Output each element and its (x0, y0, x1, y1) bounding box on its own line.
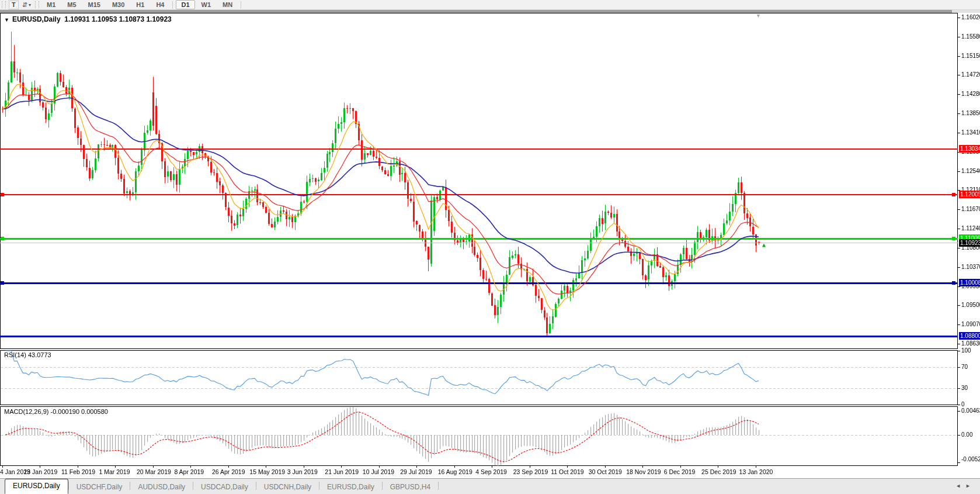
price-axis-tick: 1.11670 (961, 206, 980, 212)
hline-price-label[interactable]: 1.12005 (959, 191, 980, 198)
toolbar-grip[interactable] (2, 1, 6, 8)
symbol-tab-bar: EURUSD,DailyUSDCHF,DailyAUDUSD,DailyUSDC… (0, 478, 980, 494)
symbol-tab-eurusd-daily[interactable]: EURUSD,Daily (319, 481, 382, 494)
date-axis-label: 21 Jun 2019 (325, 468, 359, 475)
date-axis-label: 15 May 2019 (249, 468, 285, 475)
timeframe-button-m1[interactable]: M1 (41, 0, 61, 9)
date-axis-label: 4 Sep 2019 (475, 468, 507, 475)
tab-scroll-arrows: ◄► (955, 483, 975, 489)
timeframe-button-m30[interactable]: M30 (107, 0, 130, 9)
macd-axis-tick: -0.00529 (961, 456, 980, 462)
timeframe-button-m15[interactable]: M15 (83, 0, 106, 9)
price-axis-tick: 1.15580 (961, 33, 980, 40)
toolbar-separator (241, 1, 241, 9)
price-axis-tick: 1.14720 (961, 71, 980, 78)
chart-dropdown-icon[interactable]: ▼ (4, 17, 9, 23)
price-chart-canvas[interactable] (0, 0, 980, 494)
date-axis-label: 13 Jan 2020 (739, 468, 773, 475)
hline-price-label[interactable]: 1.08800 (959, 332, 980, 340)
date-axis-label: 6 Dec 2019 (664, 468, 696, 475)
date-axis-label: 8 Apr 2019 (174, 468, 204, 475)
date-axis-label: 18 Nov 2019 (626, 468, 661, 475)
date-axis-label: 23 Sep 2019 (513, 468, 548, 475)
rsi-indicator-label: RSI(14) 43.0773 (4, 351, 51, 358)
date-axis-label: 16 Aug 2019 (438, 468, 472, 475)
candle-style-button[interactable]: ⇵ ▾ (21, 1, 32, 9)
price-axis-tick: 1.14280 (961, 91, 980, 97)
price-axis-tick: 1.13410 (961, 129, 980, 136)
rsi-axis-tick: 70 (961, 364, 968, 370)
date-axis-label: 29 Jul 2019 (400, 468, 432, 475)
price-axis-tick: 1.15150 (961, 53, 980, 59)
symbol-tab-eurusd-daily[interactable]: EURUSD,Daily (5, 479, 68, 494)
timeframe-button-d1[interactable]: D1 (176, 0, 194, 9)
symbol-tab-usdcnh-daily[interactable]: USDCNH,Daily (256, 481, 319, 494)
rsi-axis-tick: 100 (961, 347, 971, 354)
price-axis-tick: 1.09500 (961, 302, 980, 308)
chart-shift-marker-icon[interactable]: ▼ (756, 13, 761, 19)
date-axis-label: 10 Jul 2019 (363, 468, 394, 475)
macd-indicator-label: MACD(12,26,9) -0.000190 0.000580 (4, 408, 108, 415)
tab-divider (438, 482, 439, 490)
timeframe-button-m5[interactable]: M5 (62, 0, 81, 9)
date-axis-label: 20 Mar 2019 (137, 468, 171, 475)
trading-terminal: { "toolbar": { "text_tool_label": "T", "… (0, 0, 980, 494)
timeframe-button-h1[interactable]: H1 (131, 0, 150, 9)
timeframe-button-h4[interactable]: H4 (151, 0, 169, 9)
symbol-tab-gbpusd-h4[interactable]: GBPUSD,H4 (383, 481, 438, 494)
chart-symbol-period: EURUSD,Daily (12, 15, 61, 23)
style-arrows-icon: ⇵ (22, 1, 27, 9)
rsi-axis-tick: 0 (961, 401, 965, 407)
date-axis-label: 30 Oct 2019 (589, 468, 622, 475)
symbol-tab-usdcad-daily[interactable]: USDCAD,Daily (193, 481, 256, 494)
price-axis-tick: 1.08630 (961, 340, 980, 347)
tab-scroll-left-icon[interactable]: ◄ (955, 483, 965, 489)
date-axis-label: 1 Mar 2019 (99, 468, 130, 475)
date-axis-label: 23 Jan 2019 (23, 468, 57, 475)
date-axis-label: 25 Dec 2019 (701, 468, 736, 475)
toolbar-grip[interactable] (35, 1, 39, 8)
macd-axis-tick: 0.00 (961, 431, 972, 438)
chart-horizontal-scrollbar[interactable] (0, 10, 980, 13)
price-axis-tick: 1.16020 (961, 14, 980, 20)
symbol-tab-usdchf-daily[interactable]: USDCHF,Daily (69, 481, 130, 494)
macd-axis-tick: 0.00463 (961, 407, 980, 414)
text-tool-button[interactable]: T (9, 1, 19, 9)
date-axis-label: 11 Oct 2019 (551, 468, 583, 475)
current-price-label: 1.10923 (959, 239, 980, 247)
price-axis-tick: 1.11240 (961, 225, 980, 232)
hline-price-label[interactable]: 1.13034 (959, 145, 980, 153)
chart-title: ▼EURUSD,Daily 1.10931 1.10953 1.10873 1.… (4, 15, 172, 23)
date-axis-label: 11 Feb 2019 (61, 468, 95, 475)
hline-price-label[interactable]: 1.10008 (959, 279, 980, 286)
timeframe-button-group: M1M5M15M30H1H4D1W1MN (41, 0, 238, 9)
rsi-axis-tick: 30 (961, 385, 968, 391)
chart-ohlc-values: 1.10931 1.10953 1.10873 1.10923 (64, 15, 172, 23)
tab-scroll-right-icon[interactable]: ► (965, 483, 975, 489)
chevron-down-icon[interactable]: ▾ (29, 2, 31, 8)
price-axis-tick: 1.09070 (961, 321, 980, 327)
price-axis-tick: 1.13850 (961, 110, 980, 116)
toolbar-separator (172, 1, 173, 9)
date-axis-label: 3 Jun 2019 (287, 468, 318, 475)
timeframe-button-w1[interactable]: W1 (196, 0, 217, 9)
timeframe-button-mn[interactable]: MN (217, 0, 238, 9)
price-axis-tick: 1.12540 (961, 168, 980, 174)
symbol-tab-audusd-daily[interactable]: AUDUSD,Daily (130, 481, 193, 494)
price-axis-tick: 1.10370 (961, 264, 980, 270)
date-axis-label: 26 Apr 2019 (212, 468, 245, 475)
top-toolbar: T ⇵ ▾ M1M5M15M30H1H4D1W1MN (0, 0, 980, 10)
scrollbar-thumb[interactable] (0, 10, 952, 13)
